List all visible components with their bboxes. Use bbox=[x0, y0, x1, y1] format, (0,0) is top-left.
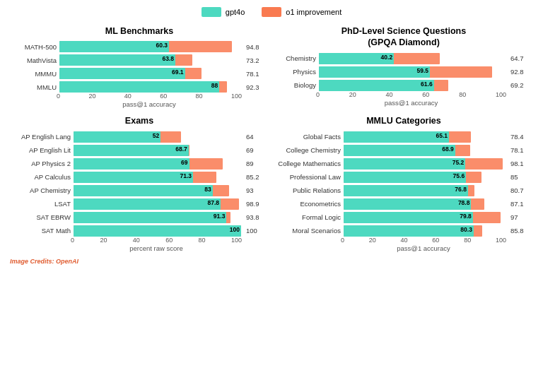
table-row: College Mathematics75.298.1 bbox=[277, 158, 530, 170]
chart-phd_science: PhD-Level Science Questions(GPQA Diamond… bbox=[272, 21, 536, 111]
bar-area: 69 bbox=[74, 158, 241, 170]
bar-area: 68.7 bbox=[74, 145, 241, 156]
charts-grid: ML BenchmarksMATH-50060.394.8MathVista63… bbox=[0, 21, 543, 255]
x-tick: 20 bbox=[369, 237, 376, 244]
bar-gpt: 79.8 bbox=[344, 212, 473, 223]
legend-color-gpt4o bbox=[202, 7, 221, 17]
bar-gpt: 75.2 bbox=[344, 158, 465, 170]
bar-value-gpt: 69.1 bbox=[172, 69, 184, 76]
bar-gpt: 68.7 bbox=[74, 145, 189, 156]
bar-track: 76.8 bbox=[344, 185, 506, 196]
chart-mmlu_categories: MMLU CategoriesGlobal Facts65.178.4Colle… bbox=[272, 111, 536, 254]
bar-value-o1: 69.2 bbox=[510, 81, 530, 89]
table-row: Public Relations76.880.7 bbox=[277, 185, 530, 196]
bar-track: 79.8 bbox=[344, 212, 506, 223]
table-row: Econometrics78.887.1 bbox=[277, 198, 530, 210]
bar-label: SAT Math bbox=[13, 227, 71, 234]
chart-title-ml_benchmarks: ML Benchmarks bbox=[13, 25, 266, 37]
bar-gpt: 59.5 bbox=[319, 66, 430, 78]
table-row: MMMU69.178.1 bbox=[13, 68, 266, 79]
bar-value-gpt: 68.9 bbox=[442, 145, 454, 153]
bar-area: 78.8 bbox=[344, 198, 506, 210]
bar-gpt: 87.8 bbox=[74, 198, 221, 210]
bar-track: 61.6 bbox=[319, 80, 506, 91]
bar-area: 68.9 bbox=[344, 145, 506, 156]
table-row: Formal Logic79.897 bbox=[277, 212, 530, 223]
bar-label: MATH-500 bbox=[13, 43, 57, 51]
bar-gpt: 65.1 bbox=[344, 131, 449, 143]
bar-value-gpt: 79.8 bbox=[460, 213, 472, 220]
table-row: MMLU8892.3 bbox=[13, 81, 266, 93]
legend-item-o1: o1 improvement bbox=[262, 7, 341, 17]
bar-label: Physics bbox=[277, 68, 316, 76]
chart-ml_benchmarks: ML BenchmarksMATH-50060.394.8MathVista63… bbox=[7, 21, 272, 111]
bar-label: Moral Scenarios bbox=[277, 227, 341, 234]
x-axis-labels: 020406080100 bbox=[316, 91, 506, 98]
bar-value-o1: 100 bbox=[246, 227, 266, 234]
x-axis-wrapper: 020406080100percent raw score bbox=[71, 237, 266, 252]
bar-area: 65.1 bbox=[344, 131, 506, 143]
bar-value-o1: 97 bbox=[510, 213, 530, 221]
bar-track: 68.7 bbox=[74, 145, 241, 156]
bar-value-o1: 94.8 bbox=[246, 43, 266, 51]
x-tick: 60 bbox=[165, 237, 173, 244]
bar-value-gpt: 68.7 bbox=[175, 145, 187, 153]
bar-track: 69 bbox=[74, 158, 241, 170]
bar-value-o1: 78.1 bbox=[510, 146, 530, 154]
bar-track: 87.8 bbox=[74, 198, 241, 210]
x-tick: 100 bbox=[496, 91, 506, 98]
chart-inner-exams: AP English Lang5264AP English Lit68.769A… bbox=[13, 131, 266, 252]
table-row: College Chemistry68.978.1 bbox=[277, 145, 530, 156]
bar-value-gpt: 75.6 bbox=[453, 172, 465, 179]
bar-area: 75.6 bbox=[344, 172, 506, 183]
legend-item-gpt4o: gpt4o bbox=[202, 7, 245, 17]
bar-value-o1: 92.3 bbox=[246, 83, 266, 91]
bar-track: 80.3 bbox=[344, 225, 506, 237]
bar-area: 91.3 bbox=[74, 212, 241, 223]
bar-value-o1: 89 bbox=[246, 160, 266, 167]
bar-area: 75.2 bbox=[344, 158, 506, 170]
bar-value-o1: 85 bbox=[510, 173, 530, 181]
bar-value-o1: 64.7 bbox=[510, 54, 530, 62]
bar-gpt: 69.1 bbox=[59, 68, 185, 79]
bar-value-gpt: 40.2 bbox=[381, 54, 393, 61]
bar-gpt: 60.3 bbox=[59, 41, 169, 52]
table-row: Global Facts65.178.4 bbox=[277, 131, 530, 143]
x-axis-wrapper: 020406080100pass@1 accuracy bbox=[316, 91, 530, 107]
bar-track: 68.9 bbox=[344, 145, 506, 156]
bar-chart-exams: AP English Lang5264AP English Lit68.769A… bbox=[13, 131, 266, 237]
bar-label: Econometrics bbox=[277, 200, 341, 208]
legend: gpt4o o1 improvement bbox=[0, 0, 543, 21]
table-row: AP Chemistry8393 bbox=[13, 185, 266, 196]
bar-label: Professional Law bbox=[277, 173, 341, 181]
x-axis-title: pass@1 accuracy bbox=[316, 99, 506, 107]
bar-track: 75.2 bbox=[344, 158, 506, 170]
chart-exams: ExamsAP English Lang5264AP English Lit68… bbox=[7, 111, 272, 254]
bar-value-gpt: 75.2 bbox=[452, 159, 465, 166]
bar-value-gpt: 80.3 bbox=[460, 226, 472, 233]
x-tick: 40 bbox=[133, 237, 140, 244]
chart-title-mmlu_categories: MMLU Categories bbox=[277, 115, 530, 126]
x-axis-wrapper: 020406080100pass@1 accuracy bbox=[341, 237, 530, 252]
table-row: Moral Scenarios80.385.8 bbox=[277, 225, 530, 237]
bar-gpt: 71.3 bbox=[74, 172, 193, 183]
bar-value-o1: 78.4 bbox=[510, 133, 530, 141]
x-axis-title: pass@1 accuracy bbox=[57, 100, 242, 108]
table-row: Chemistry40.264.7 bbox=[277, 53, 530, 64]
x-tick: 40 bbox=[386, 91, 393, 98]
bar-value-gpt: 87.8 bbox=[208, 199, 220, 206]
bar-gpt: 61.6 bbox=[319, 80, 434, 91]
bar-track: 65.1 bbox=[344, 131, 506, 143]
bar-value-gpt: 83 bbox=[204, 186, 211, 193]
chart-title-phd_science: PhD-Level Science Questions(GPQA Diamond… bbox=[277, 25, 530, 49]
bar-gpt: 78.8 bbox=[344, 198, 471, 210]
x-tick: 100 bbox=[231, 237, 242, 244]
bar-label: Global Facts bbox=[277, 133, 341, 141]
bar-gpt: 80.3 bbox=[344, 225, 474, 237]
x-tick: 80 bbox=[459, 91, 466, 98]
bar-track: 69.1 bbox=[59, 68, 241, 79]
bar-gpt: 75.6 bbox=[344, 172, 466, 183]
bar-label: LSAT bbox=[13, 200, 71, 208]
bar-value-o1: 69 bbox=[246, 146, 266, 154]
table-row: LSAT87.898.9 bbox=[13, 198, 266, 210]
